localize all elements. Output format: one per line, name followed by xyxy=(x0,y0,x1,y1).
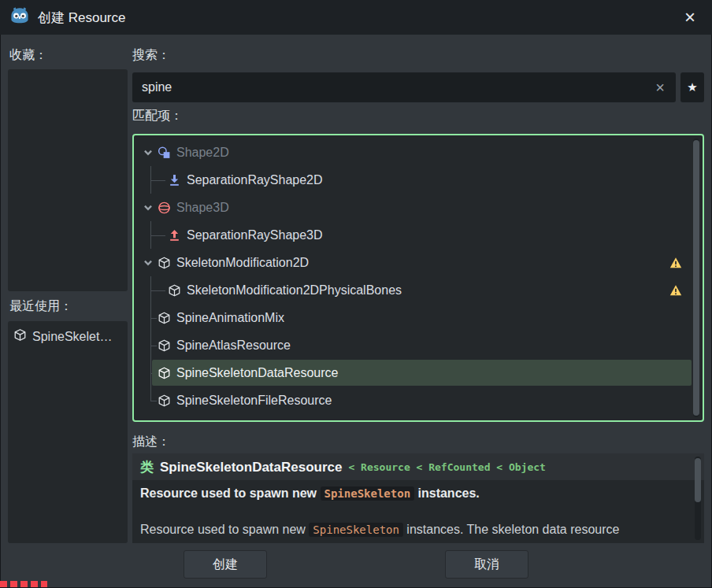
close-icon[interactable]: × xyxy=(677,0,703,35)
recent-label: 最近使用： xyxy=(9,298,72,315)
description-scrollbar[interactable] xyxy=(695,457,701,540)
tree-item-spineanimationmix[interactable]: SpineAnimationMix xyxy=(134,304,692,331)
warning-icon xyxy=(669,284,682,297)
screen-capture-artifact xyxy=(0,581,47,587)
description-panel: 类 SpineSkeletonDataResource < Resource <… xyxy=(132,453,704,543)
code-reference: SpineSkeleton xyxy=(321,486,415,501)
long-description: Resource used to spawn new SpineSkeleton… xyxy=(140,523,619,537)
favorites-list[interactable] xyxy=(8,69,128,291)
favorite-toggle-button[interactable]: ★ xyxy=(680,72,704,102)
search-input[interactable] xyxy=(142,80,654,94)
cancel-button[interactable]: 取消 xyxy=(445,550,528,579)
tree-item-label: SeparationRayShape2D xyxy=(134,173,323,187)
tree-item-label: SpineAtlasResource xyxy=(134,338,291,353)
clear-search-icon[interactable]: × xyxy=(654,79,666,97)
body-text-pre: Resource used to spawn new xyxy=(140,523,309,536)
search-box: × xyxy=(132,72,676,102)
code-reference: SpineSkeleton xyxy=(309,523,403,537)
warning-icon xyxy=(669,257,682,269)
star-icon: ★ xyxy=(687,80,697,94)
recent-list: SpineSkelet… xyxy=(8,321,128,543)
tree-item-separationrayshape2d[interactable]: SeparationRayShape2D xyxy=(134,166,692,194)
description-scrollbar-thumb[interactable] xyxy=(695,458,701,502)
tree-item-label: Shape2D xyxy=(134,146,229,160)
favorites-label: 收藏： xyxy=(9,47,47,64)
tree-scrollbar[interactable] xyxy=(693,139,699,417)
recent-item-label: SpineSkelet… xyxy=(32,330,112,344)
body-text-post: instances. The skeleton data resource xyxy=(403,523,620,536)
tree-item-label: Shape3D xyxy=(134,201,229,215)
matches-tree: Shape2D SeparationRayShape2D Shape3D xyxy=(132,134,704,422)
brief-text-pre: Resource used to spawn new xyxy=(140,486,321,500)
resource-cube-icon xyxy=(13,328,27,345)
tree-item-spineskeletondataresource[interactable]: SpineSkeletonDataResource xyxy=(134,359,692,386)
class-hierarchy[interactable]: < Resource < RefCounted < Object xyxy=(348,461,545,473)
tree-item-label: SkeletonModification2D xyxy=(134,256,309,270)
godot-logo-icon xyxy=(9,6,30,29)
tree-item-separationrayshape3d[interactable]: SeparationRayShape3D xyxy=(134,221,692,249)
tree-item-label: SeparationRayShape3D xyxy=(134,228,323,242)
tree-item-label: SpineSkeletonFileResource xyxy=(134,394,332,408)
tree-item-shape2d[interactable]: Shape2D xyxy=(134,139,692,166)
tree-item-spineskeletonfileresource[interactable]: SpineSkeletonFileResource xyxy=(134,386,692,414)
tree-scrollbar-thumb[interactable] xyxy=(693,140,699,416)
tree-item-label: SkeletonModification2DPhysicalBones xyxy=(134,283,402,298)
class-keyword: 类 xyxy=(140,458,154,476)
tree-item-shape3d[interactable]: Shape3D xyxy=(134,194,692,221)
create-resource-dialog: 创建 Resource × 收藏： 最近使用： SpineSkelet… 搜索：… xyxy=(0,0,712,588)
tree-item-skeletonmodification2d[interactable]: SkeletonModification2D xyxy=(134,249,692,276)
dialog-title: 创建 Resource xyxy=(38,9,125,27)
matches-label: 匹配项： xyxy=(132,108,183,124)
recent-item[interactable]: SpineSkelet… xyxy=(8,321,128,352)
description-label: 描述： xyxy=(132,434,170,450)
title-bar: 创建 Resource × xyxy=(0,0,712,35)
brief-text-post: instances. xyxy=(414,486,480,500)
brief-description: Resource used to spawn new SpineSkeleton… xyxy=(140,486,480,501)
search-label: 搜索： xyxy=(132,47,170,64)
class-name: SpineSkeletonDataResource xyxy=(160,460,342,475)
tree-item-skeletonmodification2dphysicalbones[interactable]: SkeletonModification2DPhysicalBones xyxy=(134,276,692,304)
create-button[interactable]: 创建 xyxy=(184,550,267,579)
class-header: 类 SpineSkeletonDataResource < Resource <… xyxy=(132,453,704,480)
tree-item-spineatlasresource[interactable]: SpineAtlasResource xyxy=(134,331,692,359)
tree-item-label: SpineSkeletonDataResource xyxy=(134,366,338,380)
tree-item-label: SpineAnimationMix xyxy=(134,311,284,325)
